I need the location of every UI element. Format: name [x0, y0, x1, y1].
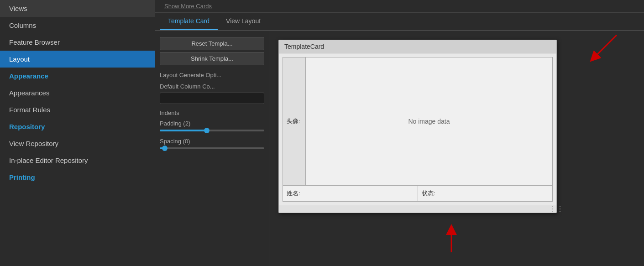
indents-label: Indents — [155, 105, 269, 118]
tab-template-card[interactable]: Template Card — [160, 13, 218, 30]
popup-title-bar: TemplateCard — [279, 40, 556, 53]
padding-slider-track[interactable] — [160, 130, 264, 131]
sidebar-item-appearances[interactable]: Appearances — [0, 84, 155, 101]
spacing-slider-track[interactable] — [160, 147, 264, 149]
section-header-label: Appearance — [9, 72, 48, 80]
panel-area: Reset Templa... Shrink Templa... Layout … — [155, 31, 644, 266]
spacing-label: Spacing (0) — [160, 138, 264, 145]
padding-slider-container: Padding (2) — [155, 118, 269, 136]
popup-title: TemplateCard — [284, 43, 324, 50]
sidebar-item-views[interactable]: Views — [0, 0, 155, 17]
reset-template-button[interactable]: Reset Templa... — [160, 37, 264, 50]
default-column-label: Default Column Co... — [155, 80, 269, 92]
status-label: 状态: — [422, 189, 435, 198]
main-content: Show More Cards Template Card View Layou… — [155, 0, 644, 266]
name-cell: 姓名: — [283, 186, 418, 201]
name-label: 姓名: — [287, 189, 300, 198]
sidebar-item-label: Format Rules — [9, 106, 50, 114]
sidebar-item-label: In-place Editor Repository — [9, 156, 88, 164]
show-more-cards-label[interactable]: Show More Cards — [164, 3, 212, 10]
card-image-row: 头像: No image data — [283, 57, 552, 186]
card-bottom-row: 姓名: 状态: — [283, 186, 552, 201]
template-card-popup: TemplateCard 头像: No image data — [278, 40, 557, 213]
sidebar: Views Columns Feature Browser Layout App… — [0, 0, 155, 266]
no-image-text: No image data — [408, 118, 450, 125]
sidebar-item-label: Layout — [9, 55, 30, 63]
tabs-row: Template Card View Layout — [155, 13, 644, 31]
padding-slider-fill — [160, 130, 207, 131]
spacing-slider-thumb[interactable] — [162, 146, 168, 151]
image-label-cell: 头像: — [283, 57, 306, 185]
section-header-printing: Printing — [0, 169, 155, 186]
padding-slider-thumb[interactable] — [204, 128, 209, 133]
card-inner: 头像: No image data 姓名: — [283, 57, 553, 202]
sidebar-item-inplace-editor-repository[interactable]: In-place Editor Repository — [0, 152, 155, 169]
top-bar: Show More Cards — [155, 0, 644, 13]
spacing-slider-container: Spacing (0) — [155, 136, 269, 154]
default-column-input[interactable] — [160, 93, 264, 104]
svg-line-0 — [594, 35, 617, 58]
status-cell: 状态: — [418, 186, 553, 201]
resize-handle[interactable]: ⋮⋮ — [549, 205, 555, 211]
sidebar-item-format-rules[interactable]: Format Rules — [0, 101, 155, 118]
sidebar-item-label: View Repository — [9, 140, 58, 147]
card-image-cell: No image data — [306, 57, 552, 185]
sidebar-item-columns[interactable]: Columns — [0, 17, 155, 34]
sidebar-item-label: Appearances — [9, 89, 49, 97]
name-input[interactable] — [303, 188, 414, 198]
sidebar-item-feature-browser[interactable]: Feature Browser — [0, 34, 155, 51]
sidebar-item-view-repository[interactable]: View Repository — [0, 135, 155, 152]
layout-generate-label: Layout Generate Opti... — [155, 67, 269, 80]
arrow-top-right — [576, 31, 630, 67]
shrink-template-button[interactable]: Shrink Templa... — [160, 52, 264, 65]
padding-label: Padding (2) — [160, 120, 264, 127]
image-label: 头像: — [287, 117, 300, 125]
section-header-label: Repository — [9, 123, 45, 130]
right-panel: TemplateCard 头像: No image data — [269, 31, 644, 266]
left-panel: Reset Templa... Shrink Templa... Layout … — [155, 31, 269, 266]
sidebar-item-layout[interactable]: Layout — [0, 51, 155, 68]
status-input[interactable] — [438, 188, 549, 198]
popup-body: 头像: No image data 姓名: — [279, 53, 556, 205]
arrow-bottom-center — [438, 220, 465, 257]
section-header-appearance: Appearance — [0, 68, 155, 84]
section-header-repository: Repository — [0, 118, 155, 135]
sidebar-item-label: Columns — [9, 21, 36, 29]
sidebar-item-label: Feature Browser — [9, 38, 60, 46]
tab-view-layout[interactable]: View Layout — [218, 13, 269, 30]
sidebar-item-label: Views — [9, 5, 27, 12]
section-header-label: Printing — [9, 173, 35, 181]
